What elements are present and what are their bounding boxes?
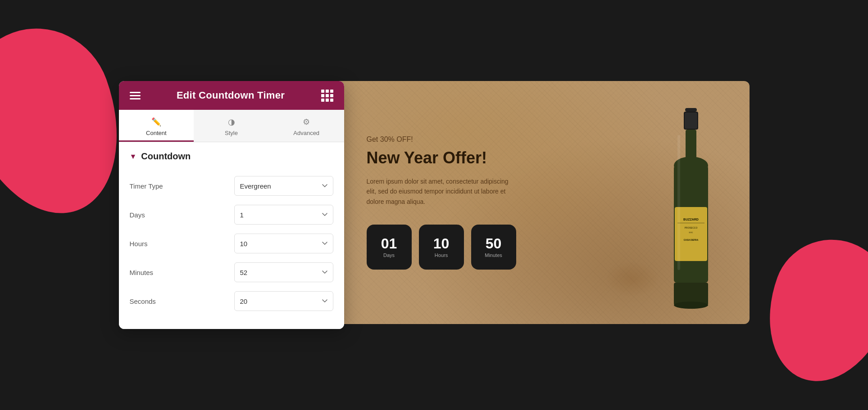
preview-title: New Year Offer! [367, 148, 732, 167]
countdown-number-hours: 10 [433, 236, 450, 251]
seconds-row: Seconds 0 10 20 30 40 50 [130, 291, 333, 311]
countdown-unit-minutes: Minutes [485, 252, 502, 258]
hours-select[interactable]: 0 5 10 15 20 23 [234, 234, 333, 253]
minutes-row: Minutes 0 10 20 30 40 50 52 59 [130, 262, 333, 282]
section-title: Countdown [141, 151, 191, 162]
gear-icon: ⚙ [303, 117, 310, 127]
countdown-unit-hours: Hours [435, 252, 448, 258]
preview-content: Get 30% OFF! New Year Offer! Lorem ipsum… [367, 135, 732, 270]
countdown-box-minutes: 50 Minutes [471, 225, 516, 270]
tab-advanced[interactable]: ⚙ Advanced [269, 110, 344, 142]
main-container: Edit Countdown Timer ✏️ Content ◑ Style … [119, 81, 750, 329]
countdown-boxes: 01 Days 10 Hours 50 Minutes [367, 225, 732, 270]
svg-rect-0 [685, 108, 697, 112]
countdown-number-days: 01 [381, 236, 397, 251]
panel-body: ▼ Countdown Timer Type Evergreen Fixed D… [119, 142, 344, 329]
hamburger-menu-icon[interactable] [130, 92, 141, 99]
tabs-bar: ✏️ Content ◑ Style ⚙ Advanced [119, 110, 344, 142]
halfcircle-icon: ◑ [228, 117, 235, 127]
collapse-arrow-icon[interactable]: ▼ [130, 153, 137, 161]
timer-type-label: Timer Type [130, 182, 163, 190]
grid-icon[interactable] [321, 90, 333, 102]
pencil-icon: ✏️ [151, 117, 161, 127]
timer-type-select[interactable]: Evergreen Fixed [234, 176, 333, 196]
svg-rect-2 [685, 113, 697, 129]
section-header: ▼ Countdown [130, 151, 333, 165]
bg-blob-right [748, 223, 868, 399]
preview-description: Lorem ipsum dolor sit amet, consectetur … [367, 176, 520, 207]
minutes-label: Minutes [130, 269, 154, 276]
hours-label: Hours [130, 240, 148, 248]
countdown-box-hours: 10 Hours [419, 225, 464, 270]
hours-row: Hours 0 5 10 15 20 23 [130, 234, 333, 253]
minutes-select[interactable]: 0 10 20 30 40 50 52 59 [234, 262, 333, 282]
tab-style-label: Style [225, 130, 238, 136]
tab-style[interactable]: ◑ Style [194, 110, 269, 142]
days-select[interactable]: 0 1 2 3 [234, 205, 333, 225]
preview-panel: Get 30% OFF! New Year Offer! Lorem ipsum… [340, 81, 750, 324]
left-panel: Edit Countdown Timer ✏️ Content ◑ Style … [119, 81, 344, 329]
tab-content-label: Content [146, 130, 167, 136]
timer-type-row: Timer Type Evergreen Fixed [130, 176, 333, 196]
seconds-select[interactable]: 0 10 20 30 40 50 [234, 291, 333, 311]
countdown-unit-days: Days [383, 252, 395, 258]
svg-point-13 [674, 302, 708, 309]
panel-title: Edit Countdown Timer [177, 90, 285, 101]
countdown-number-minutes: 50 [486, 236, 502, 251]
tab-content[interactable]: ✏️ Content [119, 110, 194, 142]
preview-badge: Get 30% OFF! [367, 135, 732, 144]
tab-advanced-label: Advanced [293, 130, 319, 136]
panel-header: Edit Countdown Timer [119, 81, 344, 110]
days-row: Days 0 1 2 3 [130, 205, 333, 225]
days-label: Days [130, 211, 145, 219]
countdown-box-days: 01 Days [367, 225, 412, 270]
seconds-label: Seconds [130, 297, 156, 305]
